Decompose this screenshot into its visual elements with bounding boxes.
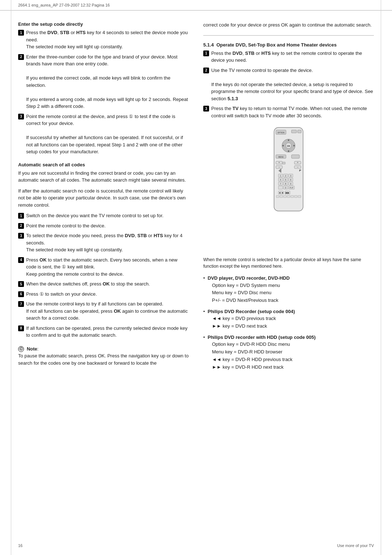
section2-title: Automatic search of all codes: [18, 162, 189, 167]
section514-title: Operate DVD, Set-Top Box and Home Theate…: [216, 42, 336, 48]
step-2-7-text: Use the remote control keys to try if al…: [26, 301, 163, 307]
bullet-dvd-player: DVD player, DVD recorder, DVD-HDD Option…: [203, 275, 374, 304]
step-2-5: 5 When the device switches off, press OK…: [18, 280, 189, 288]
bullet-philips-title: Philips DVD Recorder (setup code 004): [208, 309, 295, 314]
section2-steps: 1 Switch on the device you want the TV r…: [18, 212, 189, 339]
step-3-1-text: Press the DVD, STB or HTS key to set the…: [211, 50, 362, 63]
svg-text:MENU: MENU: [278, 156, 284, 158]
note-text: Ⓒ Note: To pause the automatic search, p…: [18, 345, 189, 367]
bullet-dvd-player-title: DVD player, DVD recorder, DVD-HDD: [208, 275, 290, 281]
bullet-philips-hdd-items: Option key = DVD-R HDD Disc menu Menu ke…: [208, 341, 374, 371]
section514-heading: 5.1.4 Operate DVD, Set-Top Box and Home …: [203, 42, 374, 48]
footer-right-text: Use more of your TV: [337, 543, 374, 548]
step-3-2-sub: If the keys do not operate the selected …: [211, 82, 373, 101]
svg-rect-58: [294, 195, 297, 198]
note-continued: correct code for your device or press OK…: [203, 21, 374, 29]
svg-point-9: [288, 150, 289, 152]
step-2-2: 2 Point the remote control to the device…: [18, 222, 189, 230]
hdd-item-1: Option key = DVD-R HDD Disc menu: [212, 341, 290, 347]
dvd-item-3: P+/- = DVD Next/Previous track: [212, 297, 278, 303]
step-3-2-text: Use the TV remote control to operate the…: [211, 68, 313, 73]
step-2-4-sub: Keep pointing the remote control to the …: [26, 271, 124, 277]
step-3-3-text: Press the TV key to return to normal TV …: [211, 106, 367, 118]
section514-steps: 1 Press the DVD, STB or HTS key to set t…: [203, 50, 374, 119]
svg-rect-3: [291, 130, 297, 133]
svg-text:◄◄: ◄◄: [278, 191, 283, 194]
step-2-3: 3 To select the device mode you need, pr…: [18, 232, 189, 254]
svg-text:OK: OK: [287, 145, 291, 147]
step-badge: 4: [18, 257, 24, 263]
bullet-philips-hdd: Philips DVD recorder with HDD (setup cod…: [203, 334, 374, 371]
bullet-philips-hdd-title: Philips DVD recorder with HDD (setup cod…: [208, 335, 316, 340]
step-2-8-text: If all functions can be operated, press …: [26, 325, 187, 338]
step-2-7-sub: If not all functions can be operated, pr…: [26, 308, 188, 321]
svg-point-8: [288, 139, 289, 141]
note-icon: Ⓒ: [18, 346, 24, 352]
step-2-6-text: Press ① to switch on your device.: [26, 291, 97, 297]
step-badge: 1: [203, 50, 209, 56]
svg-rect-4: [298, 130, 301, 133]
philips-item-2: ►► key = DVD next track: [212, 323, 267, 329]
header-bar: 2664.1 eng_aurea_AP 27-09-2007 12:32 Pag…: [0, 0, 392, 11]
svg-rect-14: [291, 155, 299, 158]
section-enter-setup-code: Enter the setup code directly 1 Press th…: [18, 21, 189, 155]
svg-point-11: [293, 145, 295, 146]
step-1-3-sub: If successful try whether all functions …: [26, 135, 183, 154]
step-2-4-text: Press OK to start the automatic search. …: [26, 257, 177, 270]
step-2-1-text: Switch on the device you want the TV rem…: [26, 213, 163, 218]
svg-text:−: −: [297, 166, 298, 169]
step-2-7: 7 Use the remote control keys to try if …: [18, 300, 189, 322]
step-2-3-sub: The selected mode key will light up cons…: [26, 247, 123, 252]
svg-text:−: −: [278, 166, 280, 169]
svg-point-10: [282, 145, 284, 146]
step-1-3-text: Point the remote control at the device, …: [26, 114, 175, 126]
svg-rect-57: [291, 195, 294, 198]
step-1-2-sub1: If you entered the correct code, all mod…: [26, 75, 170, 88]
remote-caption: When the remote control is selected for …: [203, 256, 374, 270]
step-2-2-text: Point the remote control to the device.: [26, 223, 106, 228]
footer-page-number: 16: [18, 543, 23, 548]
svg-text:P: P: [299, 169, 301, 172]
section1-title: Enter the setup code directly: [18, 21, 189, 27]
step-1-1-sub: The selected mode key will light up cons…: [26, 44, 123, 49]
philips-item-1: ◄◄ key = DVD previous track: [212, 316, 276, 321]
note-label: Note: [27, 346, 37, 352]
svg-rect-54: [280, 195, 283, 198]
svg-rect-56: [287, 195, 290, 198]
section514-number: 5.1.4: [203, 42, 214, 48]
step-badge: 2: [18, 54, 24, 60]
footer-bar: 16 Use more of your TV: [18, 543, 374, 548]
step-badge: 2: [203, 68, 209, 73]
step-2-1: 1 Switch on the device you want the TV r…: [18, 212, 189, 219]
main-content: Enter the setup code directly 1 Press th…: [0, 11, 392, 397]
device-bullets: DVD player, DVD recorder, DVD-HDD Option…: [203, 275, 374, 371]
step-3-3: 3 Press the TV key to return to normal T…: [203, 105, 374, 119]
section-auto-search: Automatic search of all codes If you are…: [18, 162, 189, 339]
step-badge: 3: [203, 106, 209, 112]
hdd-item-4: ►► key = DVD-R HDD next track: [212, 364, 283, 370]
step-3-2: 2 Use the TV remote control to operate t…: [203, 67, 374, 102]
svg-rect-17: [282, 162, 285, 164]
step-badge: 1: [18, 30, 24, 36]
svg-rect-55: [283, 195, 286, 198]
step-1-2-text: Enter the three-number code for the type…: [26, 54, 177, 67]
section1-steps: 1 Press the DVD, STB or HTS key for 4 se…: [18, 29, 189, 155]
hdd-item-2: Menu key = DVD-R HDD browser: [212, 349, 282, 355]
svg-text:P+P: P+P: [290, 187, 293, 189]
step-1-2-sub2: If you entered a wrong code, all mode ke…: [26, 97, 188, 109]
bullet-dvd-player-items: Option key = DVD System menu Menu key = …: [208, 282, 374, 304]
section-514: 5.1.4 Operate DVD, Set-Top Box and Home …: [203, 42, 374, 119]
step-1-1: 1 Press the DVD, STB or HTS key for 4 se…: [18, 29, 189, 50]
step-3-1: 1 Press the DVD, STB or HTS key to set t…: [203, 50, 374, 64]
step-badge: 3: [18, 233, 24, 239]
step-badge: 5: [18, 281, 24, 287]
step-2-8: 8 If all functions can be operated, pres…: [18, 325, 189, 339]
hdd-item-3: ◄◄ key = DVD-R HDD previous track: [212, 357, 293, 362]
step-2-6: 6 Press ① to switch on your device.: [18, 291, 189, 298]
svg-text:OPTION: OPTION: [277, 131, 285, 134]
section2-intro1: If you are not successful in finding the…: [18, 170, 189, 184]
left-column: Enter the setup code directly 1 Press th…: [18, 21, 189, 375]
step-2-3-text: To select the device mode you need, pres…: [26, 233, 183, 246]
svg-rect-53: [276, 195, 279, 198]
svg-text:+: +: [278, 161, 280, 164]
